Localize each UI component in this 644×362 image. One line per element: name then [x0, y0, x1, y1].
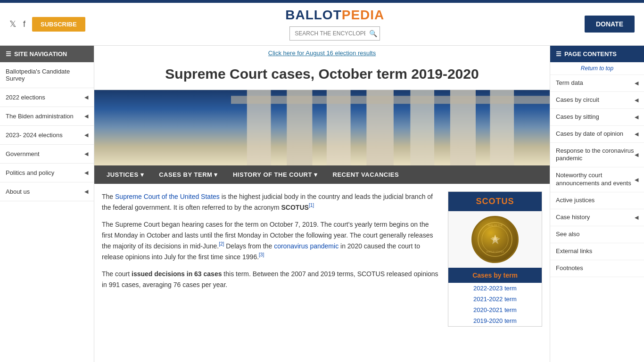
toc-arrow-icon: ◀ — [635, 97, 638, 103]
nav-history[interactable]: HISTORY OF THE COURT ▾ — [225, 165, 325, 184]
scotus-link[interactable]: Supreme Court of the United States — [115, 193, 220, 200]
chevron-right-icon: ◀ — [84, 94, 88, 100]
toc-see-also[interactable]: See also — [550, 226, 644, 243]
sidebar-item-label: About us — [6, 188, 30, 195]
svg-text:SEAL OF THE: SEAL OF THE — [487, 224, 503, 227]
header-left: 𝕏 f SUBSCRIBE — [9, 17, 85, 32]
toc-cases-date[interactable]: Cases by date of opinion ◀ — [550, 126, 644, 143]
infobox-cases-title: Cases by term — [448, 268, 542, 283]
sidebar-header: ☰ SITE NAVIGATION — [0, 46, 94, 62]
term-link-2020[interactable]: 2020-2021 term — [448, 304, 542, 315]
chevron-right-icon: ◀ — [84, 170, 88, 176]
sidebar-item-government[interactable]: Government ◀ — [0, 145, 94, 164]
list-icon: ☰ — [556, 50, 561, 58]
sidebar-item-about[interactable]: About us ◀ — [0, 182, 94, 201]
toc-external-links[interactable]: External links — [550, 243, 644, 260]
toc-label: Cases by circuit — [556, 96, 599, 104]
paragraph-2: The Supreme Court began hearing cases fo… — [102, 219, 440, 262]
nav-justices[interactable]: JUSTICES ▾ — [99, 165, 151, 184]
paragraph-3: The court issued decisions in 63 cases t… — [102, 269, 440, 290]
sidebar-candidate-survey[interactable]: Ballotpedia's Candidate Survey — [0, 62, 94, 88]
logo: BALLOTPEDIA — [285, 8, 384, 23]
chevron-right-icon: ◀ — [84, 189, 88, 195]
article-text: The Supreme Court of the United States i… — [102, 191, 448, 327]
toc-term-data[interactable]: Term data ◀ — [550, 75, 644, 92]
columns-overlay — [231, 90, 550, 165]
search-button[interactable]: 🔍 — [369, 30, 377, 37]
page-title: Supreme Court cases, October term 2019-2… — [94, 60, 550, 90]
return-to-top-link[interactable]: Return to top — [550, 62, 644, 75]
sidebar-heading: SITE NAVIGATION — [14, 50, 67, 58]
paragraph-1: The Supreme Court of the United States i… — [102, 191, 440, 213]
sidebar-item-label: Politics and policy — [6, 169, 54, 176]
header-center: BALLOTPEDIA 🔍 — [85, 8, 585, 41]
sidebar-item-label: Government — [6, 150, 40, 157]
facebook-icon[interactable]: f — [23, 19, 25, 29]
toc-arrow-icon: ◀ — [635, 151, 638, 158]
nav-cases-by-term[interactable]: CASES BY TERM ▾ — [151, 165, 225, 184]
toc-cases-sitting[interactable]: Cases by sitting ◀ — [550, 109, 644, 126]
sidebar-item-label: 2022 elections — [6, 94, 45, 101]
nav-recent-vacancies[interactable]: RECENT VACANCIES — [325, 165, 407, 184]
main-content: Click here for August 16 election result… — [94, 46, 550, 362]
seal-svg: ★ SEAL OF THE UNITED STATES — [476, 221, 514, 258]
hero-image — [94, 90, 550, 165]
sidebar-item-2022-elections[interactable]: 2022 elections ◀ — [0, 88, 94, 107]
search-input[interactable] — [289, 26, 380, 41]
toc-response-pandemic[interactable]: Response to the coronavirus pandemic ◀ — [550, 143, 644, 168]
svg-text:★: ★ — [491, 233, 499, 243]
term-link-2019[interactable]: 2019-2020 term — [448, 315, 542, 326]
toc-arrow-icon: ◀ — [635, 80, 638, 86]
toc-arrow-icon: ◀ — [635, 176, 638, 183]
chevron-right-icon: ◀ — [84, 151, 88, 157]
toc-label: Cases by date of opinion — [556, 130, 623, 138]
logo-pedia: PEDIA — [342, 8, 385, 22]
svg-point-10 — [482, 226, 508, 253]
chevron-right-icon: ◀ — [84, 113, 88, 119]
donate-button[interactable]: DONATE — [585, 16, 635, 33]
page-contents-header: ☰ PAGE CONTENTS — [550, 46, 644, 62]
election-results-link[interactable]: Click here for August 16 election result… — [94, 46, 550, 60]
left-sidebar: ☰ SITE NAVIGATION Ballotpedia's Candidat… — [0, 46, 94, 362]
toc-footnotes[interactable]: Footnotes — [550, 260, 644, 277]
layout: ☰ SITE NAVIGATION Ballotpedia's Candidat… — [0, 46, 644, 362]
sidebar-item-politics[interactable]: Politics and policy ◀ — [0, 164, 94, 182]
search-container: 🔍 — [289, 26, 380, 41]
infobox-seal: ★ SEAL OF THE UNITED STATES — [448, 211, 542, 268]
sidebar-item-label: 2023- 2024 elections — [6, 132, 63, 139]
toc-cases-circuit[interactable]: Cases by circuit ◀ — [550, 92, 644, 109]
toc-label: Case history — [556, 214, 590, 222]
article-body: The Supreme Court of the United States i… — [94, 184, 550, 334]
subscribe-button[interactable]: SUBSCRIBE — [32, 17, 85, 32]
coronavirus-link[interactable]: coronavirus pandemic — [274, 242, 339, 250]
sidebar-item-label: The Biden administration — [6, 113, 74, 120]
toc-case-history[interactable]: Case history ◀ — [550, 209, 644, 226]
toc-arrow-icon: ◀ — [635, 214, 638, 221]
toc-label: Noteworthy court announcements and event… — [556, 172, 635, 188]
infobox-title: SCOTUS — [448, 192, 542, 211]
scotus-seal: ★ SEAL OF THE UNITED STATES — [471, 216, 519, 263]
toc-active-justices[interactable]: Active justices — [550, 192, 644, 209]
svg-rect-7 — [231, 96, 550, 104]
page-contents-label: PAGE CONTENTS — [564, 50, 617, 58]
svg-text:UNITED STATES: UNITED STATES — [486, 250, 504, 253]
menu-icon: ☰ — [6, 50, 11, 58]
toc-label: Response to the coronavirus pandemic — [556, 147, 635, 163]
toc-arrow-icon: ◀ — [635, 131, 638, 137]
twitter-icon[interactable]: 𝕏 — [9, 19, 17, 29]
toc-arrow-icon: ◀ — [635, 114, 638, 120]
toc-label: Term data — [556, 79, 583, 87]
toc-noteworthy[interactable]: Noteworthy court announcements and event… — [550, 167, 644, 192]
columns-svg — [231, 90, 550, 165]
term-link-2022[interactable]: 2022-2023 term — [448, 283, 542, 294]
right-sidebar: ☰ PAGE CONTENTS Return to top Term data … — [550, 46, 644, 362]
horizontal-nav: JUSTICES ▾ CASES BY TERM ▾ HISTORY OF TH… — [94, 165, 550, 184]
infobox: SCOTUS ★ SEAL OF THE UNITED STATES Cases… — [448, 191, 542, 327]
header: 𝕏 f SUBSCRIBE BALLOTPEDIA 🔍 DONATE — [0, 3, 644, 46]
chevron-right-icon: ◀ — [84, 132, 88, 138]
toc-label: Cases by sitting — [556, 113, 599, 121]
logo-ballot: BALLOT — [285, 8, 342, 22]
sidebar-item-biden-admin[interactable]: The Biden administration ◀ — [0, 107, 94, 126]
sidebar-item-2023-2024-elections[interactable]: 2023- 2024 elections ◀ — [0, 126, 94, 145]
term-link-2021[interactable]: 2021-2022 term — [448, 294, 542, 304]
